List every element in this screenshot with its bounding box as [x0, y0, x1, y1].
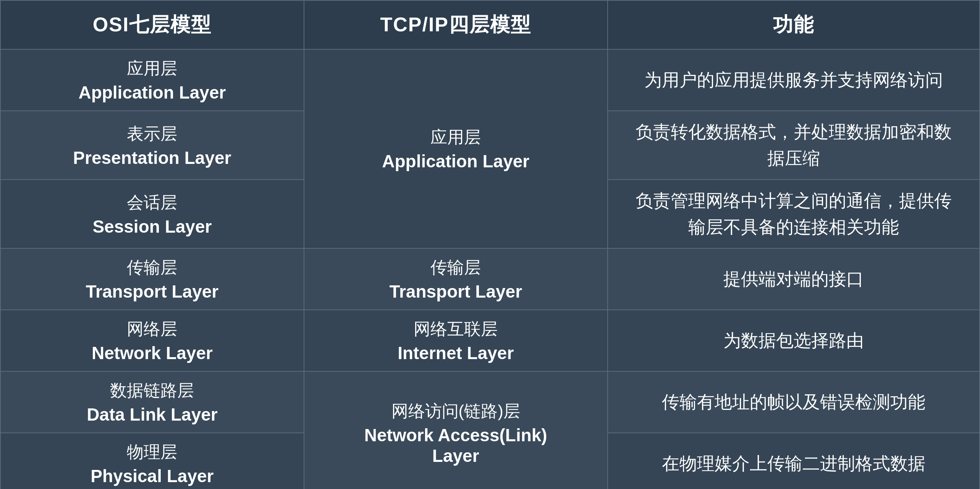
func-session: 负责管理网络中计算之间的通信，提供传输层不具备的连接相关功能 [608, 180, 980, 248]
header-func: 功能 [608, 0, 980, 49]
func-presentation: 负责转化数据格式，并处理数据加密和数据压缩 [608, 111, 980, 180]
tcp-application: 应用层 Application Layer [304, 49, 608, 248]
osi-physical: 物理层 Physical Layer [0, 433, 304, 489]
osi-network: 网络层 Network Layer [0, 310, 304, 371]
header-osi: OSI七层模型 [0, 0, 304, 49]
tcp-network-access: 网络访问(链路)层 Network Access(Link)Layer [304, 371, 608, 489]
osi-transport: 传输层 Transport Layer [0, 248, 304, 310]
func-application: 为用户的应用提供服务并支持网络访问 [608, 49, 980, 111]
tcp-transport: 传输层 Transport Layer [304, 248, 608, 310]
osi-presentation: 表示层 Presentation Layer [0, 111, 304, 180]
table-row: 应用层 Application Layer 应用层 Application La… [0, 49, 980, 111]
osi-application: 应用层 Application Layer [0, 49, 304, 111]
table-row: 数据链路层 Data Link Layer 网络访问(链路)层 Network … [0, 371, 980, 433]
header-tcp: TCP/IP四层模型 [304, 0, 608, 49]
func-transport: 提供端对端的接口 [608, 248, 980, 310]
func-physical: 在物理媒介上传输二进制格式数据 [608, 433, 980, 489]
osi-tcp-table: OSI七层模型 TCP/IP四层模型 功能 应用层 Application La… [0, 0, 980, 489]
table-row: 网络层 Network Layer 网络互联层 Internet Layer 为… [0, 310, 980, 371]
osi-datalink: 数据链路层 Data Link Layer [0, 371, 304, 433]
func-datalink: 传输有地址的帧以及错误检测功能 [608, 371, 980, 433]
tcp-internet: 网络互联层 Internet Layer [304, 310, 608, 371]
table-row: 传输层 Transport Layer 传输层 Transport Layer … [0, 248, 980, 310]
func-network: 为数据包选择路由 [608, 310, 980, 371]
osi-session: 会话层 Session Layer [0, 180, 304, 248]
